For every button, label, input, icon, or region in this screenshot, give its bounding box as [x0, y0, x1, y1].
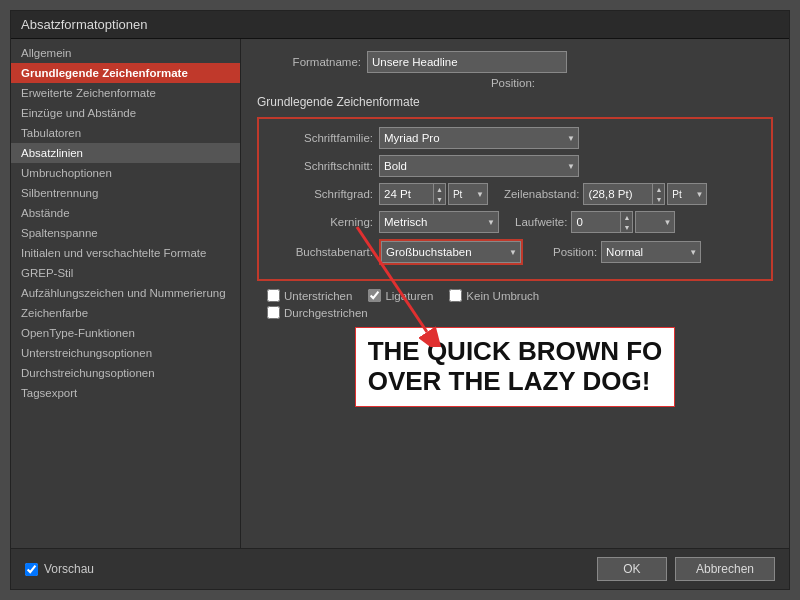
sidebar-item-einzuge-abstande[interactable]: Einzüge und Abstände — [11, 103, 240, 123]
schriftschnitt-wrapper: Bold — [379, 155, 579, 177]
unterstrichen-checkbox[interactable] — [267, 289, 280, 302]
footer-left: Vorschau — [25, 562, 94, 576]
schriftgrad-spin: ▲ ▼ — [379, 183, 446, 205]
durchgestrichen-checkbox[interactable] — [267, 306, 280, 319]
zeilenabstand-unit-wrapper: Pt — [667, 183, 707, 205]
zeilenabstand-spin: ▲ ▼ — [583, 183, 665, 205]
cancel-button[interactable]: Abbrechen — [675, 557, 775, 581]
sidebar: AllgemeinGrundlegende ZeichenformateErwe… — [11, 39, 241, 548]
zeilenabstand-label: Zeilenabstand: — [504, 188, 579, 200]
schriftschnitt-label: Schriftschnitt: — [269, 160, 379, 172]
schriftfamilie-wrapper: Myriad Pro — [379, 127, 579, 149]
sidebar-item-tagsexport[interactable]: Tagsexport — [11, 383, 240, 403]
sidebar-item-zeichenfarbe[interactable]: Zeichenfarbe — [11, 303, 240, 323]
kein-umbruch-checkbox-label[interactable]: Kein Umbruch — [449, 289, 539, 302]
zeilenabstand-arrows: ▲ ▼ — [653, 183, 665, 205]
buchstabenart-select[interactable]: Großbuchstaben — [381, 241, 521, 263]
zeilenabstand-down[interactable]: ▼ — [653, 194, 664, 204]
schriftgrad-input[interactable] — [379, 183, 434, 205]
sidebar-item-initialen[interactable]: Initialen und verschachtelte Formate — [11, 243, 240, 263]
preview-checkbox[interactable] — [25, 563, 38, 576]
kein-umbruch-label: Kein Umbruch — [466, 290, 539, 302]
schriftgrad-arrows: ▲ ▼ — [434, 183, 446, 205]
sidebar-item-absatzlinien[interactable]: Absatzlinien — [11, 143, 240, 163]
preview-text-line1: THE QUICK BROWN FO — [368, 337, 663, 367]
ligaturen-checkbox-label[interactable]: Ligaturen — [368, 289, 433, 302]
buchstabenart-label: Buchstabenart: — [269, 246, 379, 258]
position-row: Position: — [257, 77, 773, 89]
sidebar-item-erweiterte-zeichenformate[interactable]: Erweiterte Zeichenformate — [11, 83, 240, 103]
preview-area: THE QUICK BROWN FO OVER THE LAZY DOG! — [257, 327, 773, 407]
buchstabenart-row: Buchstabenart: Großbuchstaben Position: … — [269, 239, 761, 265]
schriftfamilie-label: Schriftfamilie: — [269, 132, 379, 144]
laufweite-input[interactable] — [571, 211, 621, 233]
sidebar-item-grundlegende-zeichenformate[interactable]: Grundlegende Zeichenformate — [11, 63, 240, 83]
position-field-wrapper: Normal — [601, 241, 701, 263]
section-title: Grundlegende Zeichenformate — [257, 95, 773, 109]
position-label: Position: — [491, 77, 539, 89]
laufweite-unit-select[interactable] — [635, 211, 675, 233]
schriftfamilie-select[interactable]: Myriad Pro — [379, 127, 579, 149]
unterstrichen-checkbox-label[interactable]: Unterstrichen — [267, 289, 352, 302]
kerning-wrapper: Metrisch — [379, 211, 499, 233]
schriftfamilie-row: Schriftfamilie: Myriad Pro — [269, 127, 761, 149]
character-format-section: Schriftfamilie: Myriad Pro Schriftschnit… — [257, 117, 773, 281]
ligaturen-label: Ligaturen — [385, 290, 433, 302]
preview-box: THE QUICK BROWN FO OVER THE LAZY DOG! — [355, 327, 676, 407]
sidebar-item-abstande[interactable]: Abstände — [11, 203, 240, 223]
kerning-select[interactable]: Metrisch — [379, 211, 499, 233]
laufweite-unit-wrapper — [635, 211, 675, 233]
kerning-label: Kerning: — [269, 216, 379, 228]
ligaturen-checkbox[interactable] — [368, 289, 381, 302]
laufweite-up[interactable]: ▲ — [621, 212, 632, 222]
sidebar-item-silbentrennung[interactable]: Silbentrennung — [11, 183, 240, 203]
formatname-label: Formatname: — [257, 56, 367, 68]
kerning-row: Kerning: Metrisch Laufweite: ▲ ▼ — [269, 211, 761, 233]
formatname-input[interactable] — [367, 51, 567, 73]
sidebar-item-spaltenspanne[interactable]: Spaltenspanne — [11, 223, 240, 243]
sidebar-item-umbruchoptionen[interactable]: Umbruchoptionen — [11, 163, 240, 183]
zeilenabstand-up[interactable]: ▲ — [653, 184, 664, 194]
durchgestrichen-label: Durchgestrichen — [284, 307, 368, 319]
footer-buttons: OK Abbrechen — [597, 557, 775, 581]
position-field-select[interactable]: Normal — [601, 241, 701, 263]
unterstrichen-label: Unterstrichen — [284, 290, 352, 302]
schriftschnitt-row: Schriftschnitt: Bold — [269, 155, 761, 177]
checkbox-row-1: Unterstrichen Ligaturen Kein Umbruch — [257, 289, 773, 302]
sidebar-item-durchstreichung[interactable]: Durchstreichungsoptionen — [11, 363, 240, 383]
sidebar-item-unterstreichung[interactable]: Unterstreichungsoptionen — [11, 343, 240, 363]
schriftgrad-row: Schriftgrad: ▲ ▼ Pt Zeilenabstand: — [269, 183, 761, 205]
zeilenabstand-input[interactable] — [583, 183, 653, 205]
zeilenabstand-unit-select[interactable]: Pt — [667, 183, 707, 205]
sidebar-item-grep-stil[interactable]: GREP-Stil — [11, 263, 240, 283]
sidebar-item-opentype[interactable]: OpenType-Funktionen — [11, 323, 240, 343]
checkbox-row-2: Durchgestrichen — [257, 306, 773, 319]
position-field-label: Position: — [553, 246, 597, 258]
schriftgrad-down[interactable]: ▼ — [434, 194, 445, 204]
buchstabenart-wrapper: Großbuchstaben — [379, 239, 523, 265]
schriftgrad-up[interactable]: ▲ — [434, 184, 445, 194]
laufweite-arrows: ▲ ▼ — [621, 211, 633, 233]
schriftgrad-unit-select[interactable]: Pt — [448, 183, 488, 205]
absatzformatoptionen-dialog: Absatzformatoptionen AllgemeinGrundlegen… — [10, 10, 790, 590]
schriftschnitt-select[interactable]: Bold — [379, 155, 579, 177]
laufweite-label: Laufweite: — [515, 216, 567, 228]
durchgestrichen-checkbox-label[interactable]: Durchgestrichen — [267, 306, 368, 319]
laufweite-spin: ▲ ▼ — [571, 211, 633, 233]
preview-label: Vorschau — [44, 562, 94, 576]
kein-umbruch-checkbox[interactable] — [449, 289, 462, 302]
dialog-title: Absatzformatoptionen — [11, 11, 789, 39]
sidebar-item-tabulatoren[interactable]: Tabulatoren — [11, 123, 240, 143]
sidebar-item-allgemein[interactable]: Allgemein — [11, 43, 240, 63]
dialog-footer: Vorschau OK Abbrechen — [11, 548, 789, 589]
formatname-row: Formatname: — [257, 51, 773, 73]
schriftgrad-unit-wrapper: Pt — [448, 183, 488, 205]
dialog-body: AllgemeinGrundlegende ZeichenformateErwe… — [11, 39, 789, 548]
sidebar-item-aufzahlungszeichen[interactable]: Aufzählungszeichen und Nummerierung — [11, 283, 240, 303]
main-content: Formatname: Position: Grundlegende Zeich… — [241, 39, 789, 548]
ok-button[interactable]: OK — [597, 557, 667, 581]
schriftgrad-label: Schriftgrad: — [269, 188, 379, 200]
preview-text-line2: OVER THE LAZY DOG! — [368, 367, 663, 397]
laufweite-down[interactable]: ▼ — [621, 222, 632, 232]
